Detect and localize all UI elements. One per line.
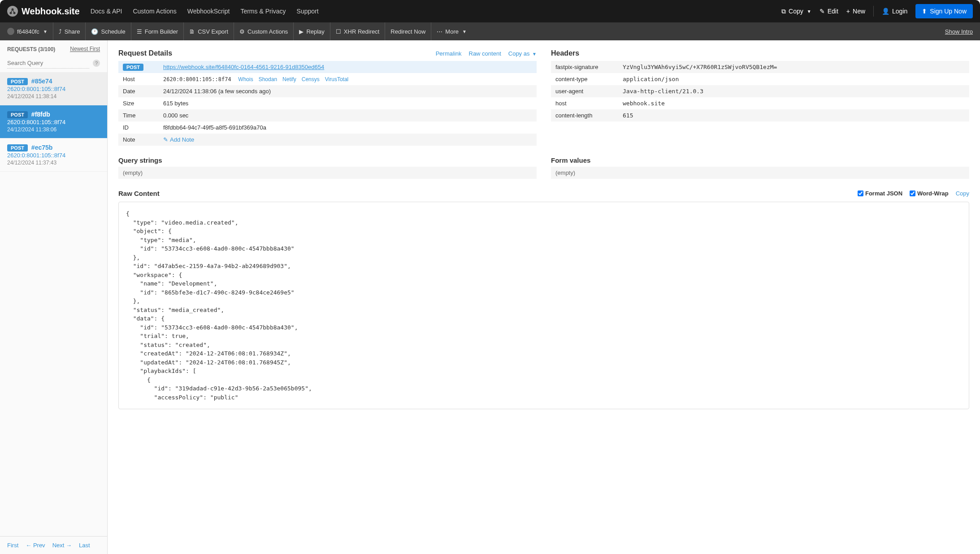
login-link[interactable]: 👤 Login [882, 8, 907, 15]
toolbar: f64840fc ▼ ⤴ Share 🕐 Schedule ☰ Form Bui… [0, 22, 980, 40]
headers-title: Headers [551, 49, 969, 57]
label-size: Size [118, 97, 159, 109]
status-dot-icon [7, 28, 14, 35]
help-icon[interactable]: ? [93, 60, 100, 67]
plus-icon: + [846, 8, 850, 15]
raw-content-link[interactable]: Raw content [469, 50, 501, 57]
header-val: YzVnglu3YWAh6vyi5wC/+X7R60R1zSWjvoRV5QB1… [618, 61, 969, 73]
token-dropdown[interactable]: f64840fc ▼ [7, 22, 53, 40]
pager: First ← Prev Next → Last [0, 536, 107, 554]
pager-next[interactable]: Next → [52, 542, 72, 549]
host-links: Whois Shodan Netify Censys VirusTotal [238, 76, 348, 82]
request-item[interactable]: POST #ec75b 2620:0:8001:105::8f74 24/12/… [0, 138, 107, 172]
format-json-checkbox[interactable] [858, 190, 863, 196]
nav-support[interactable]: Support [297, 8, 319, 15]
topnav: Docs & API Custom Actions WebhookScript … [91, 8, 319, 15]
shodan-link[interactable]: Shodan [259, 76, 277, 82]
form-builder-button[interactable]: ☰ Form Builder [131, 22, 184, 40]
label-date: Date [118, 85, 159, 97]
copy-as-dropdown[interactable]: Copy as ▼ [508, 50, 537, 57]
upload-icon: ⬆ [922, 8, 927, 15]
nav-terms[interactable]: Terms & Privacy [240, 8, 286, 15]
share-icon: ⤴ [59, 28, 62, 35]
search-row: ? [0, 58, 107, 72]
form-values-title: Form values [551, 156, 969, 164]
nav-webhookscript[interactable]: WebhookScript [187, 8, 230, 15]
divider [873, 6, 874, 17]
xhr-redirect-toggle[interactable]: ☐ XHR Redirect [330, 22, 385, 40]
copy-dropdown[interactable]: ⧉ Copy ▼ [781, 8, 811, 15]
more-dropdown[interactable]: ⋯ More ▼ [431, 22, 472, 40]
new-button[interactable]: + New [846, 8, 865, 15]
replay-button[interactable]: ▶ Replay [294, 22, 330, 40]
edit-icon: ✎ [820, 8, 825, 15]
method-badge: POST [7, 144, 28, 151]
request-date: 24/12/2024 11:38:14 [7, 93, 100, 100]
query-strings-title: Query strings [118, 156, 537, 164]
date-value: 24/12/2024 11:38:06 (a few seconds ago) [159, 85, 537, 97]
signup-button[interactable]: ⬆ Sign Up Now [915, 4, 973, 18]
raw-controls: Format JSON Word-Wrap Copy [858, 190, 969, 197]
custom-actions-button[interactable]: ⚙ Custom Actions [234, 22, 294, 40]
clock-icon: 🕐 [91, 28, 98, 35]
brand-name: Webhook.site [22, 6, 80, 17]
play-icon: ▶ [299, 28, 304, 35]
label-note: Note [118, 134, 159, 146]
request-details-title: Request Details Permalink Raw content Co… [118, 49, 537, 57]
pager-first[interactable]: First [7, 542, 18, 549]
schedule-button[interactable]: 🕐 Schedule [86, 22, 131, 40]
requests-count: REQUESTS (3/100) [7, 46, 55, 52]
csv-export-button[interactable]: 🗎 CSV Export [184, 22, 234, 40]
content: Request Details Permalink Raw content Co… [108, 40, 980, 554]
size-value: 615 bytes [159, 97, 537, 109]
copy-icon: ⧉ [781, 8, 786, 15]
share-button[interactable]: ⤴ Share [53, 22, 86, 40]
request-item[interactable]: POST #85e74 2620:0:8001:105::8f74 24/12/… [0, 72, 107, 105]
add-note-link[interactable]: ✎Add Note [163, 136, 194, 143]
censys-link[interactable]: Censys [302, 76, 320, 82]
nav-custom-actions[interactable]: Custom Actions [133, 8, 176, 15]
topright: ⧉ Copy ▼ ✎ Edit + New 👤 Login ⬆ Sign Up … [781, 4, 973, 18]
header-val: webhook.site [618, 97, 969, 109]
search-input[interactable] [7, 58, 89, 69]
pager-last[interactable]: Last [79, 542, 90, 549]
nav-docs[interactable]: Docs & API [91, 8, 122, 15]
virustotal-link[interactable]: VirusTotal [325, 76, 348, 82]
pager-prev[interactable]: ← Prev [26, 542, 45, 549]
request-hash: #f8fdb [31, 111, 50, 118]
raw-content-title: Raw Content [118, 190, 160, 197]
id-value: f8fdbb64-94c7-49f5-a8f5-691bf369a70a [159, 121, 537, 134]
format-json-toggle[interactable]: Format JSON [858, 190, 902, 197]
raw-content-box[interactable]: { "type": "video.media.created", "object… [118, 202, 969, 409]
caret-down-icon: ▼ [807, 9, 811, 14]
edit-button[interactable]: ✎ Edit [820, 8, 838, 15]
whois-link[interactable]: Whois [238, 76, 253, 82]
header-val: 615 [618, 109, 969, 121]
copy-raw-link[interactable]: Copy [956, 190, 969, 197]
logo[interactable]: Webhook.site [7, 6, 80, 17]
permalink-link[interactable]: Permalink [436, 50, 462, 57]
show-intro-link[interactable]: Show Intro [945, 28, 973, 35]
caret-down-icon: ▼ [462, 29, 467, 34]
header-key: fastpix-signature [551, 61, 618, 73]
label-id: ID [118, 121, 159, 134]
gear-icon: ⚙ [239, 28, 245, 35]
method-badge: POST [7, 111, 28, 118]
host-value: 2620:0:8001:105::8f74 [163, 76, 231, 82]
redirect-now-button[interactable]: Redirect Now [385, 22, 431, 40]
url-link[interactable]: https://webhook.site/f64840fc-0164-4561-… [163, 64, 324, 70]
netify-link[interactable]: Netify [282, 76, 296, 82]
more-icon: ⋯ [437, 28, 442, 35]
topbar: Webhook.site Docs & API Custom Actions W… [0, 0, 980, 22]
request-date: 24/12/2024 11:37:43 [7, 160, 100, 166]
file-icon: 🗎 [189, 28, 195, 35]
word-wrap-checkbox[interactable] [910, 190, 915, 196]
user-icon: 👤 [882, 8, 889, 15]
header-key: content-type [551, 73, 618, 85]
word-wrap-toggle[interactable]: Word-Wrap [910, 190, 949, 197]
sort-toggle[interactable]: Newest First [70, 46, 100, 52]
request-item[interactable]: POST #f8fdb 2620:0:8001:105::8f74 24/12/… [0, 105, 107, 138]
request-hash: #85e74 [31, 78, 52, 85]
checkbox-icon: ☐ [336, 28, 341, 35]
main: REQUESTS (3/100) Newest First ? POST #85… [0, 40, 980, 554]
